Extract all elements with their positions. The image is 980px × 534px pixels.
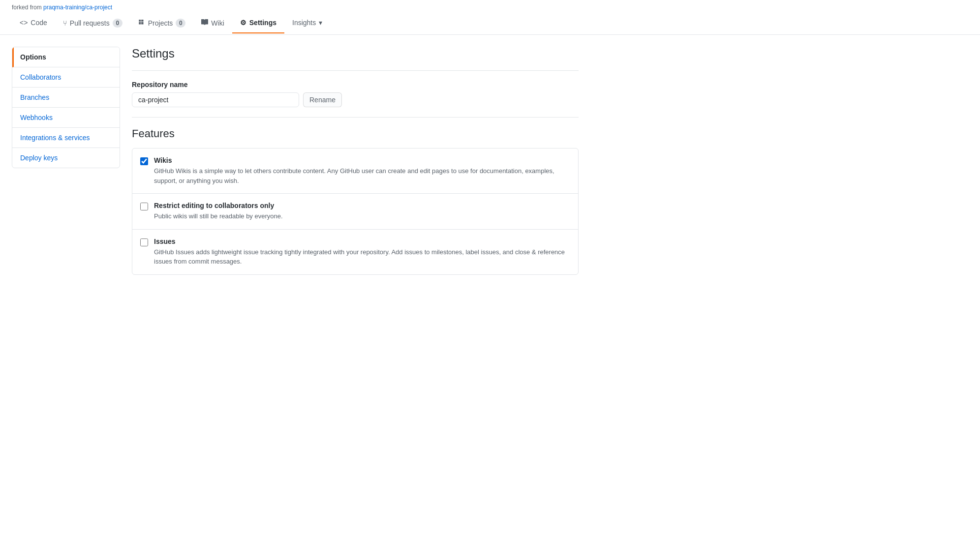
issues-title: Issues — [154, 237, 570, 245]
title-divider — [132, 70, 579, 71]
wikis-title: Wikis — [154, 156, 570, 164]
issues-description: GitHub Issues adds lightweight issue tra… — [154, 247, 570, 267]
sidebar-item-options[interactable]: Options — [12, 47, 120, 67]
sidebar-item-deploy-keys[interactable]: Deploy keys — [12, 148, 120, 168]
code-icon: <> — [20, 19, 28, 27]
issues-checkbox[interactable] — [140, 238, 148, 246]
sidebar-item-collaborators[interactable]: Collaborators — [12, 67, 120, 88]
feature-issues: Issues GitHub Issues adds lightweight is… — [132, 230, 578, 274]
feature-restrict-editing: Restrict editing to collaborators only P… — [132, 194, 578, 230]
restrict-editing-checkbox[interactable] — [140, 203, 148, 210]
tab-code-link[interactable]: <> Code — [12, 13, 55, 33]
features-box: Wikis GitHub Wikis is a simple way to le… — [132, 148, 579, 275]
repo-name-group: Repository name Rename — [132, 81, 579, 107]
sidebar-nav: Options Collaborators Branches Webhooks … — [12, 47, 120, 168]
tab-insights-label: Insights — [292, 19, 316, 27]
settings-icon: ⚙ — [240, 19, 246, 27]
tab-wiki-link[interactable]: Wiki — [193, 13, 232, 34]
forked-from-text: forked from praqma-training/ca-project — [12, 0, 968, 13]
tab-projects-label: Projects — [148, 19, 173, 27]
sidebar-item-integrations[interactable]: Integrations & services — [12, 128, 120, 148]
tab-code-label: Code — [31, 19, 47, 27]
tab-wiki: Wiki — [193, 13, 232, 34]
tab-projects: Projects 0 — [130, 13, 194, 34]
wiki-icon — [201, 19, 208, 27]
restrict-editing-description: Public wikis will still be readable by e… — [154, 211, 283, 221]
tab-insights-link[interactable]: Insights ▾ — [284, 13, 330, 33]
settings-content: Settings Repository name Rename Features… — [132, 47, 579, 275]
sidebar-item-branches[interactable]: Branches — [12, 88, 120, 108]
tab-insights: Insights ▾ — [284, 13, 330, 34]
tab-pull-requests-label: Pull requests — [70, 19, 110, 27]
tab-settings: ⚙ Settings — [232, 13, 284, 34]
features-divider — [132, 117, 579, 118]
projects-icon — [138, 19, 145, 28]
tab-pull-requests-link[interactable]: ⑂ Pull requests 0 — [55, 13, 130, 34]
repo-name-label: Repository name — [132, 81, 579, 89]
forked-from-link[interactable]: praqma-training/ca-project — [43, 4, 112, 11]
features-title: Features — [132, 127, 579, 140]
wikis-checkbox[interactable] — [140, 157, 148, 165]
feature-wikis: Wikis GitHub Wikis is a simple way to le… — [132, 148, 578, 194]
wikis-description: GitHub Wikis is a simple way to let othe… — [154, 166, 570, 185]
tab-wiki-label: Wiki — [211, 19, 224, 27]
tab-pull-requests: ⑂ Pull requests 0 — [55, 13, 130, 34]
pull-requests-badge: 0 — [113, 19, 122, 28]
sidebar-item-webhooks[interactable]: Webhooks — [12, 108, 120, 128]
tab-settings-link[interactable]: ⚙ Settings — [232, 13, 284, 33]
main-layout: Options Collaborators Branches Webhooks … — [0, 35, 590, 287]
tab-settings-label: Settings — [249, 19, 276, 27]
projects-badge: 0 — [176, 19, 185, 28]
restrict-editing-title: Restrict editing to collaborators only — [154, 202, 283, 209]
tab-code: <> Code — [12, 13, 55, 34]
page-title: Settings — [132, 47, 579, 60]
pull-request-icon: ⑂ — [63, 19, 67, 27]
repo-name-input[interactable] — [132, 92, 299, 107]
tab-projects-link[interactable]: Projects 0 — [130, 13, 194, 34]
insights-dropdown-icon: ▾ — [319, 19, 322, 27]
rename-button[interactable]: Rename — [303, 92, 342, 107]
repo-nav-tabs: <> Code ⑂ Pull requests 0 Projects 0 — [12, 13, 968, 34]
repo-name-row: Rename — [132, 92, 579, 107]
